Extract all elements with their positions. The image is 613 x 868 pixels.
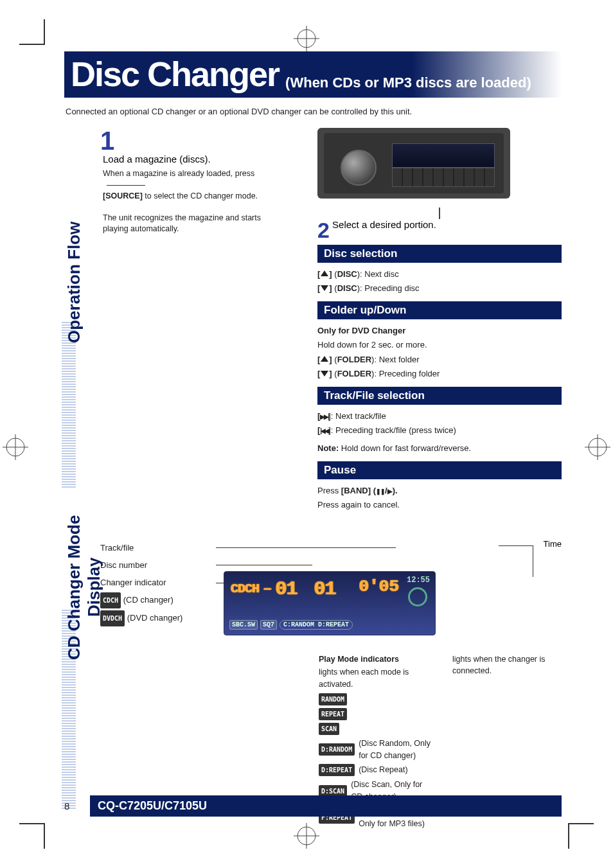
label-cd-changer: (CD changer) <box>123 595 173 605</box>
section-header-pause: Pause <box>317 461 562 479</box>
play-mode-subtext: lights when each mode is activated. <box>319 666 433 691</box>
page-content: Disc Changer (When CDs or MP3 discs are … <box>64 51 562 817</box>
skip-forward-icon <box>320 411 328 421</box>
page-footer: 8 CQ-C7205U/C7105U <box>64 795 562 817</box>
pause-press-suffix: ). <box>393 486 398 495</box>
badge-random: RANDOM <box>319 693 347 705</box>
disc-selection-body: [] (DISC): Next disc [] (DISC): Precedin… <box>317 268 562 295</box>
label-track: Track/file <box>100 539 216 556</box>
device-illustration <box>317 128 510 199</box>
lcd-indicator: CDCH <box>231 581 259 596</box>
folder-line2-suffix: ): Preceding folder <box>371 369 440 378</box>
lcd-oval-mode: C:RANDOM D:REPEAT <box>280 620 353 630</box>
leader-time <box>499 545 533 546</box>
page-subtitle: (When CDs or MP3 discs are loaded) <box>285 75 531 98</box>
registration-mark-top <box>294 26 319 51</box>
display-section: Track/file Disc number Changer indicator… <box>100 539 562 830</box>
lcd-ring-icon <box>408 587 427 607</box>
arrow-down-icon <box>320 285 329 291</box>
leader-line-down <box>439 208 440 219</box>
crop-mark-br <box>568 823 594 849</box>
lcd-track: 01 <box>314 578 335 600</box>
page-title: Disc Changer <box>71 51 279 94</box>
registration-mark-right <box>585 434 610 460</box>
step1-headline: Load a magazine (discs). <box>103 154 283 164</box>
step-number-2: 2 <box>317 219 330 241</box>
lcd-clock: 12:55 <box>407 576 430 585</box>
play-icon <box>387 486 393 495</box>
badge-repeat: REPEAT <box>319 708 347 720</box>
disc-bold-1: DISC <box>337 269 357 279</box>
device-buttons-icon <box>392 168 495 187</box>
badge-scan: SCAN <box>319 723 339 735</box>
step-number-1: 1 <box>100 128 114 154</box>
page-number: 8 <box>64 801 90 811</box>
device-knob-icon <box>341 150 377 186</box>
section-header-track: Track/File selection <box>317 387 562 405</box>
model-number: CQ-C7205U/C7105U <box>90 795 562 817</box>
folder-body: Only for DVD Changer Hold down for 2 sec… <box>317 324 562 380</box>
pause-again: Press again to cancel. <box>317 499 562 511</box>
badge-d-random: D:RANDOM <box>319 743 355 756</box>
label-changer-indicator: Changer indicator <box>100 574 216 591</box>
track-line1: ]: Next track/file <box>328 411 386 421</box>
note-d-repeat: (Disc Repeat) <box>359 764 407 776</box>
pause-body: Press [BAND] (/). Press again to cancel. <box>317 484 562 511</box>
folder-only: Only for DVD Changer <box>317 324 562 337</box>
note-d-random: (Disc Random, Only for CD changer) <box>359 738 433 762</box>
arrow-up-icon-2 <box>320 356 329 362</box>
section-header-disc-selection: Disc selection <box>317 245 562 263</box>
arrow-up-icon <box>320 270 329 277</box>
track-line2: ]: Preceding track/file (press twice) <box>328 425 456 435</box>
display-pointer-labels: Track/file Disc number Changer indicator… <box>100 539 216 635</box>
title-bar: Disc Changer (When CDs or MP3 discs are … <box>64 51 562 98</box>
skip-backward-icon <box>320 425 328 435</box>
step2-headline: Select a desired portion. <box>332 219 436 230</box>
disc-bold-2: DISC <box>337 283 357 293</box>
crop-mark-tl <box>19 19 45 45</box>
step1-sub2: The unit recognizes the magazine and sta… <box>103 213 283 235</box>
track-body: []: Next track/file []: Preceding track/… <box>317 410 562 455</box>
lcd-screen-mock: CDCH – 01 01 0'05 12:55 SBC.SW <box>224 571 436 635</box>
label-dvd-changer: (DVD changer) <box>127 613 183 623</box>
folder-bold-2: FOLDER <box>337 369 371 378</box>
intro-text: Connected an optional CD changer or an o… <box>66 107 562 116</box>
side-label-operation-flow: Operation Flow <box>64 195 84 369</box>
step1-source-key: [SOURCE] <box>103 191 143 200</box>
leader-line <box>107 185 145 186</box>
disc-line2-suffix: ): Preceding disc <box>357 283 420 293</box>
lcd-chip-sq7: SQ7 <box>260 620 277 630</box>
folder-hold: Hold down for 2 sec. or more. <box>317 339 562 351</box>
badge-d-repeat: D:REPEAT <box>319 764 355 776</box>
badge-dvd-ch: DVDCH <box>100 610 125 626</box>
connected-note: lights when the changer is connected. <box>452 653 562 678</box>
lcd-chip-sbcsw: SBC.SW <box>229 620 258 630</box>
device-screen-icon <box>392 143 495 168</box>
arrow-down-icon-2 <box>320 370 329 376</box>
label-disc-number: Disc number <box>100 556 216 574</box>
side-label-column: Operation Flow CD Changer Mode Display <box>64 128 100 829</box>
registration-mark-left <box>3 434 28 460</box>
play-mode-header: Play Mode indicators <box>319 653 433 666</box>
side-label-display: CD Changer Mode Display <box>64 494 104 680</box>
disc-line1-suffix: ): Next disc <box>357 269 399 279</box>
lcd-elapsed-time: 0'05 <box>359 577 399 596</box>
pause-icon <box>376 486 385 495</box>
lcd-sep: – <box>263 580 271 598</box>
track-note-body: Hold down for fast forward/reverse. <box>339 443 471 453</box>
pause-press-prefix: Press <box>317 486 341 495</box>
step1-sub1-suffix: to select the CD changer mode. <box>143 191 258 200</box>
folder-line1-suffix: ): Next folder <box>371 355 419 364</box>
lcd-disc: 01 <box>275 578 297 600</box>
track-note-prefix: Note: <box>317 443 339 453</box>
step1-sub1-prefix: When a magazine is already loaded, press <box>103 169 254 178</box>
step1-sub1: When a magazine is already loaded, press… <box>103 168 283 202</box>
label-time: Time <box>544 539 562 549</box>
badge-cd-ch: CDCH <box>100 592 121 608</box>
operation-flow-section: 1 Load a magazine (discs). When a magazi… <box>100 128 562 513</box>
folder-bold-1: FOLDER <box>337 355 371 364</box>
pause-band-key: [BAND] ( <box>341 486 376 495</box>
section-header-folder: Folder up/Down <box>317 301 562 319</box>
crop-mark-bl <box>19 823 45 849</box>
